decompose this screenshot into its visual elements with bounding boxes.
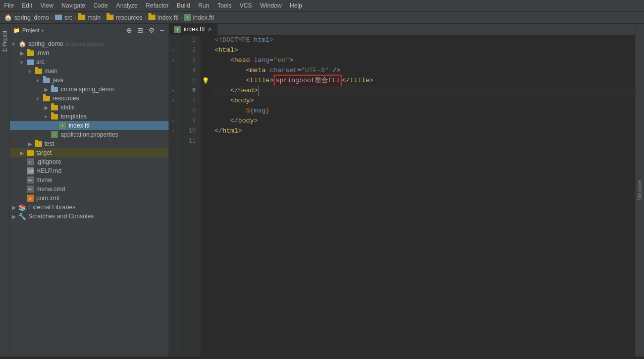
code-line-6[interactable]: </head>	[210, 86, 635, 96]
gutter-7[interactable]: ▾	[169, 96, 177, 106]
meta-tag: meta	[250, 66, 265, 76]
bulb-icon-5[interactable]: 💡	[202, 77, 209, 85]
code-line-3[interactable]: <head lang="en">	[210, 55, 635, 66]
close-sidebar-btn[interactable]: −	[158, 26, 166, 35]
menu-build[interactable]: Build	[173, 1, 194, 10]
code-line-8[interactable]: ${msg}	[210, 106, 635, 116]
editor-tab-index-ftl[interactable]: f index.ftl ✕	[169, 24, 218, 35]
arrow-test: ▶	[28, 141, 34, 147]
menu-vcs[interactable]: VCS	[236, 1, 256, 10]
bulb-5[interactable]: 💡	[200, 76, 210, 86]
ln-2: 2	[182, 45, 196, 55]
tree-item-index-ftl[interactable]: f index.ftl	[10, 121, 169, 130]
left-panel-tabs: 1: Project	[0, 24, 10, 356]
code-line-10[interactable]: </html>	[210, 126, 635, 136]
code-line-4[interactable]: <meta charset="UTF-8" />	[210, 66, 635, 76]
code-content[interactable]: <!DOCTYPE html> <html> <head lang="en"> …	[210, 35, 635, 356]
gutter-9[interactable]: ▾	[169, 116, 177, 126]
tree-item-mvn[interactable]: ▶ .mvn	[10, 48, 169, 57]
tree-item-ext-lib[interactable]: ▶ 📚 External Libraries	[10, 203, 169, 212]
bulb-8	[200, 106, 210, 116]
sync-btn[interactable]: ⊕	[125, 26, 134, 35]
tree-item-target[interactable]: ▶ target	[10, 148, 169, 157]
tree-item-static[interactable]: ▶ static	[10, 103, 169, 112]
ext-lib-icon: 📚	[18, 203, 26, 211]
menu-refactor[interactable]: Refactor	[142, 1, 173, 10]
html-tag: html	[219, 45, 234, 55]
static-folder-icon	[50, 103, 59, 111]
menu-file[interactable]: File	[0, 1, 18, 10]
gutter-10[interactable]: ▾	[169, 126, 177, 136]
settings-btn[interactable]: ⚙	[147, 26, 156, 35]
tree-item-main[interactable]: ▾ main	[10, 67, 169, 76]
test-label: test	[44, 140, 54, 147]
breadcrumb-project[interactable]: spring_demo	[14, 14, 49, 21]
tree-item-spring-demo[interactable]: ▾ 🏠 spring_demo D:\develop\idea\s	[10, 39, 169, 48]
code-line-2[interactable]: <html>	[210, 45, 635, 55]
mvn-folder-icon	[26, 49, 34, 57]
target-folder-icon	[26, 149, 34, 157]
code-editor[interactable]: ▾ ▾ ▾ ▾ ▾ ▾ 1 2 3 4 5 6 7 8	[169, 35, 635, 356]
tree-item-cn-ma[interactable]: ▶ cn.ma.spring_demo	[10, 85, 169, 94]
gutter-4	[169, 66, 177, 76]
help-md-label: HELP.md	[36, 167, 62, 174]
tree-item-scratch[interactable]: ▶ 🔧 Scratches and Consoles	[10, 212, 169, 221]
gutter-6[interactable]: ▾	[169, 86, 177, 96]
tab-close-btn[interactable]: ✕	[207, 26, 212, 33]
resources-label: resources	[52, 95, 79, 102]
tree-item-templates[interactable]: ▾ templates	[10, 112, 169, 121]
tab-label: index.ftl	[184, 26, 204, 33]
gutter-2[interactable]: ▾	[169, 45, 177, 55]
tree-item-gitignore[interactable]: g .gitignore	[10, 157, 169, 166]
menu-analyze[interactable]: Analyze	[112, 1, 142, 10]
breadcrumb-sep-3: ›	[102, 14, 104, 21]
gutter-8	[169, 106, 177, 116]
scratch-icon: 🔧	[18, 212, 26, 220]
tree-item-resources[interactable]: ▾ resources	[10, 94, 169, 103]
breadcrumb-templates[interactable]: index.ftl	[157, 14, 178, 21]
code-line-11[interactable]	[210, 136, 635, 146]
test-folder-icon	[34, 140, 42, 148]
body-close-tag: body	[238, 116, 254, 126]
code-line-1[interactable]: <!DOCTYPE html>	[210, 35, 635, 45]
tree-item-mvnw-cmd[interactable]: mv mvnw.cmd	[10, 185, 169, 194]
menu-help[interactable]: Help	[286, 1, 306, 10]
bulb-10	[200, 126, 210, 136]
menu-code[interactable]: Code	[89, 1, 112, 10]
spring-demo-path: D:\develop\idea\s	[65, 41, 104, 47]
breadcrumb-src[interactable]: src	[64, 14, 72, 21]
tree-item-pom-xml[interactable]: x pom.xml	[10, 194, 169, 203]
tree-item-mvnw[interactable]: mv mvnw	[10, 175, 169, 185]
menu-edit[interactable]: Edit	[18, 1, 36, 10]
menu-run[interactable]: Run	[194, 1, 213, 10]
code-line-7[interactable]: <body>	[210, 96, 635, 106]
breadcrumb-file[interactable]: index.ftl	[193, 14, 213, 21]
arrow-scratch: ▶	[12, 214, 18, 219]
tree-item-help-md[interactable]: md HELP.md	[10, 166, 169, 175]
empty-line	[214, 136, 219, 146]
sidebar-actions: ⊕ ⊟ ⚙ −	[125, 26, 166, 35]
structure-tab-label[interactable]: Structure	[637, 180, 642, 201]
indent-8	[214, 106, 246, 116]
project-tab-label[interactable]: 1: Project	[1, 29, 9, 54]
menu-window[interactable]: Window	[256, 1, 286, 10]
bulb-1	[200, 35, 210, 45]
menu-navigate[interactable]: Navigate	[58, 1, 89, 10]
code-line-5[interactable]: <title>springboot整合ftl</title>	[210, 76, 635, 86]
tree-item-java[interactable]: ▾ java	[10, 76, 169, 85]
breadcrumb-main[interactable]: main	[87, 14, 100, 21]
gutter-3[interactable]: ▾	[169, 55, 177, 66]
menu-view[interactable]: View	[36, 1, 58, 10]
collapse-btn[interactable]: ⊟	[136, 26, 145, 35]
java-label: java	[52, 77, 64, 84]
head-open-tag: head	[234, 55, 250, 66]
arrow-src: ▾	[20, 59, 26, 65]
tree-item-app-props[interactable]: a application.properties	[10, 130, 169, 139]
breadcrumb-resources[interactable]: resources	[116, 14, 142, 21]
menu-tools[interactable]: Tools	[213, 1, 236, 10]
code-line-9[interactable]: </body>	[210, 116, 635, 126]
bulb-column: 💡	[200, 35, 210, 356]
tree-item-test[interactable]: ▶ test	[10, 139, 169, 148]
indent-7	[214, 96, 230, 106]
tree-item-src[interactable]: ▾ src	[10, 57, 169, 67]
